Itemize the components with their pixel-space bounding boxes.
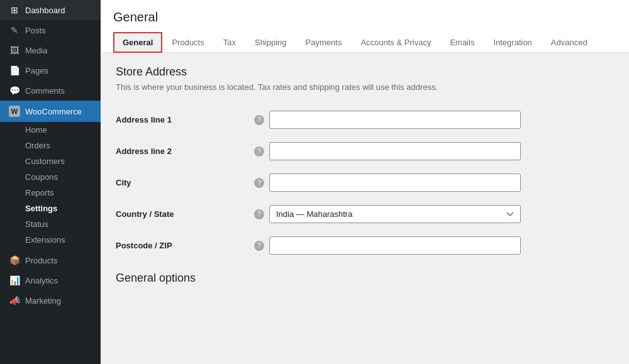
- tab-integration[interactable]: Integration: [484, 32, 541, 53]
- tab-advanced[interactable]: Advanced: [542, 32, 597, 53]
- label-country: Country / State: [116, 209, 254, 219]
- woocommerce-icon: W: [9, 106, 20, 117]
- products-icon: 📦: [9, 255, 20, 265]
- input-address2[interactable]: [269, 142, 521, 160]
- store-address-desc: This is where your business is located. …: [116, 82, 614, 92]
- tab-tax[interactable]: Tax: [214, 32, 245, 53]
- field-address1: ?: [254, 111, 614, 129]
- pages-icon: 📄: [9, 65, 20, 75]
- label-address1: Address line 1: [116, 115, 254, 124]
- settings-tabs: General Products Tax Shipping Payments A…: [113, 32, 616, 52]
- posts-icon: ✎: [9, 25, 20, 35]
- general-options-title: General options: [116, 272, 614, 285]
- analytics-icon: 📊: [9, 275, 20, 285]
- store-address-title: Store Address: [116, 65, 614, 79]
- sidebar-item-media[interactable]: 🖼 Media: [0, 40, 101, 60]
- field-row-address2: Address line 2 ?: [116, 136, 614, 167]
- dashboard-icon: ⊞: [9, 5, 20, 15]
- label-address2: Address line 2: [116, 146, 254, 156]
- page-header: General General Products Tax Shipping Pa…: [101, 0, 629, 53]
- sidebar-item-comments[interactable]: 💬 Comments: [0, 80, 101, 101]
- input-postcode[interactable]: [269, 236, 521, 255]
- sidebar-sub-coupons[interactable]: Coupons: [0, 169, 101, 185]
- sidebar-item-products[interactable]: 📦 Products: [0, 250, 101, 270]
- field-row-address1: Address line 1 ?: [116, 104, 614, 136]
- sidebar-sub-customers[interactable]: Customers: [0, 153, 101, 169]
- field-row-city: City ?: [116, 167, 614, 199]
- tab-general[interactable]: General: [113, 32, 162, 53]
- marketing-icon: 📣: [9, 295, 20, 306]
- help-icon-city[interactable]: ?: [254, 178, 264, 188]
- field-country: ? India — Maharashtra: [254, 205, 614, 223]
- tab-payments[interactable]: Payments: [296, 32, 352, 53]
- sidebar-item-posts[interactable]: ✎ Posts: [0, 20, 101, 40]
- sidebar-item-analytics[interactable]: 📊 Analytics: [0, 270, 101, 290]
- sidebar: ⊞ Dashboard ✎ Posts 🖼 Media 📄 Pages 💬 Co…: [0, 0, 101, 364]
- sidebar-item-dashboard[interactable]: ⊞ Dashboard: [0, 0, 101, 20]
- field-row-postcode: Postcode / ZIP ?: [116, 230, 614, 262]
- input-city[interactable]: [269, 174, 521, 192]
- sidebar-item-woocommerce[interactable]: W WooCommerce: [0, 101, 101, 122]
- input-address1[interactable]: [269, 111, 521, 129]
- comments-icon: 💬: [9, 85, 20, 96]
- help-icon-address2[interactable]: ?: [254, 146, 264, 157]
- field-address2: ?: [254, 142, 614, 160]
- help-icon-country[interactable]: ?: [254, 209, 264, 219]
- field-postcode: ?: [254, 236, 614, 255]
- main-content: General General Products Tax Shipping Pa…: [101, 0, 629, 364]
- help-icon-address1[interactable]: ?: [254, 115, 264, 125]
- select-country[interactable]: India — Maharashtra: [269, 205, 521, 223]
- sidebar-sub-extensions[interactable]: Extensions: [0, 232, 101, 248]
- tab-products[interactable]: Products: [162, 32, 213, 53]
- tab-accounts-privacy[interactable]: Accounts & Privacy: [351, 32, 440, 53]
- sidebar-sub-home[interactable]: Home: [0, 122, 101, 138]
- sidebar-sub-settings[interactable]: Settings: [0, 201, 101, 216]
- label-postcode: Postcode / ZIP: [116, 241, 254, 250]
- sidebar-item-pages[interactable]: 📄 Pages: [0, 60, 101, 80]
- sidebar-item-marketing[interactable]: 📣 Marketing: [0, 290, 101, 311]
- field-row-country: Country / State ? India — Maharashtra: [116, 199, 614, 230]
- field-city: ?: [254, 174, 614, 192]
- tab-emails[interactable]: Emails: [440, 32, 484, 53]
- media-icon: 🖼: [9, 45, 20, 55]
- sidebar-sub-reports[interactable]: Reports: [0, 185, 101, 201]
- tab-shipping[interactable]: Shipping: [245, 32, 296, 53]
- page-title: General: [113, 10, 616, 25]
- settings-content: Store Address This is where your busines…: [101, 53, 629, 301]
- label-city: City: [116, 178, 254, 187]
- sidebar-sub-orders[interactable]: Orders: [0, 138, 101, 153]
- sidebar-sub-status[interactable]: Status: [0, 216, 101, 232]
- help-icon-postcode[interactable]: ?: [254, 241, 264, 251]
